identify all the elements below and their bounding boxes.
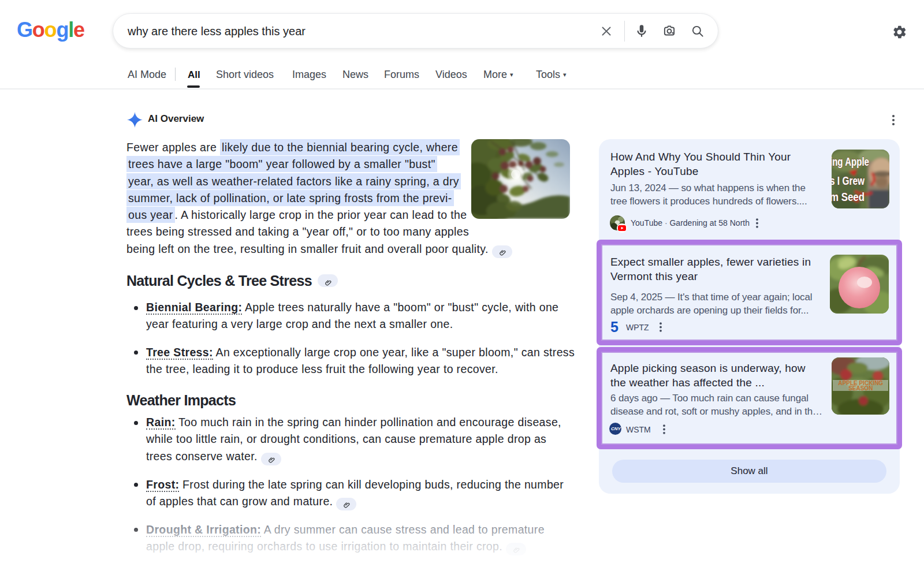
svg-text:SEASON: SEASON: [848, 385, 873, 392]
svg-text:m Seed: m Seed: [832, 190, 865, 203]
svg-text:ing Apple: ing Apple: [832, 155, 869, 168]
svg-text:s I Grew: s I Grew: [832, 174, 865, 187]
